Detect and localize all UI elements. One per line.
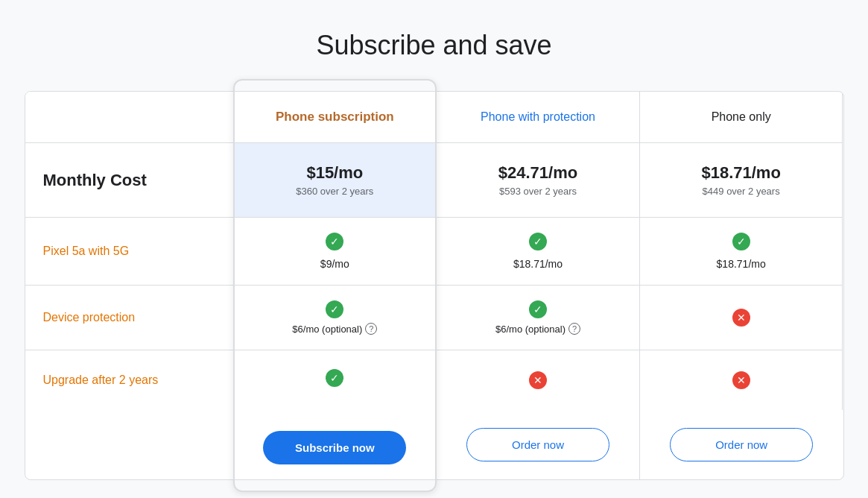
protection-col2: ✓ $6/mo (optional) ? [437, 286, 640, 350]
monthly-cost-col3: $18.71/mo $449 over 2 years [640, 143, 843, 218]
action-col1: Subscribe now [234, 410, 437, 479]
protection-label-text: Device protection [43, 311, 136, 324]
protection-col1-check-icon: ✓ [326, 300, 343, 318]
action-col3: Order now [640, 410, 843, 479]
pixel-col1-price: $9/mo [320, 258, 349, 270]
monthly-cost-col3-sub: $449 over 2 years [703, 186, 780, 197]
pixel-row-label: Pixel 5a with 5G [25, 218, 234, 286]
protection-col3: ✕ [640, 286, 843, 350]
protection-row-label: Device protection [25, 286, 234, 350]
upgrade-label-text: Upgrade after 2 years [43, 374, 159, 387]
pixel-col3-check-icon: ✓ [732, 233, 750, 250]
protection-col1-help-icon[interactable]: ? [365, 323, 377, 335]
upgrade-col3-cross-icon: ✕ [732, 371, 750, 389]
monthly-cost-label: Monthly Cost [43, 171, 147, 190]
monthly-cost-col2-sub: $593 over 2 years [499, 186, 577, 197]
col3-header-label: Phone only [712, 110, 771, 124]
pixel-col1-check-icon: ✓ [326, 233, 343, 250]
protection-col2-help-icon[interactable]: ? [568, 323, 580, 335]
pixel-col2-check-icon: ✓ [529, 233, 547, 250]
upgrade-col2-cross-icon: ✕ [529, 371, 547, 389]
pixel-col2: ✓ $18.71/mo [437, 218, 640, 286]
monthly-cost-label-cell: Monthly Cost [25, 143, 234, 218]
upgrade-col1-check-icon: ✓ [326, 369, 343, 387]
protection-col3-cross-icon: ✕ [732, 309, 750, 327]
monthly-cost-col2: $24.71/mo $593 over 2 years [437, 143, 640, 218]
protection-col2-check-icon: ✓ [529, 300, 547, 318]
protection-col1-price: $6/mo (optional) ? [292, 323, 377, 335]
monthly-cost-col1-sub: $360 over 2 years [296, 186, 373, 197]
upgrade-col2: ✕ [437, 350, 640, 410]
comparison-table: Phone subscription Phone with protection… [25, 91, 844, 480]
protection-col1: ✓ $6/mo (optional) ? [234, 286, 437, 350]
header-empty-cell [25, 92, 234, 143]
action-col2: Order now [437, 410, 640, 479]
upgrade-col1: ✓ [234, 350, 437, 410]
pixel-label-text: Pixel 5a with 5G [43, 245, 130, 258]
monthly-cost-col1-price: $15/mo [306, 163, 363, 183]
subscribe-now-button[interactable]: Subscribe now [263, 431, 406, 464]
upgrade-col3: ✕ [640, 350, 843, 410]
pixel-col2-price: $18.71/mo [513, 258, 563, 270]
action-empty-label [25, 410, 234, 479]
page-title: Subscribe and save [316, 30, 551, 61]
upgrade-row-label: Upgrade after 2 years [25, 350, 234, 410]
col2-header: Phone with protection [437, 92, 640, 143]
monthly-cost-col3-price: $18.71/mo [701, 163, 780, 183]
col1-header-label: Phone subscription [276, 110, 394, 125]
pixel-col3: ✓ $18.71/mo [640, 218, 843, 286]
comparison-grid: Phone subscription Phone with protection… [25, 91, 844, 480]
col2-header-label: Phone with protection [481, 110, 595, 124]
pixel-col3-price: $18.71/mo [717, 258, 766, 270]
protection-col2-price: $6/mo (optional) ? [495, 323, 580, 335]
monthly-cost-col1: $15/mo $360 over 2 years [234, 143, 437, 218]
order-now-col3-button[interactable]: Order now [670, 428, 814, 461]
col3-header: Phone only [640, 92, 843, 143]
col1-header: Phone subscription [234, 92, 437, 143]
monthly-cost-col2-price: $24.71/mo [498, 163, 577, 183]
order-now-col2-button[interactable]: Order now [466, 428, 609, 461]
pixel-col1: ✓ $9/mo [234, 218, 437, 286]
